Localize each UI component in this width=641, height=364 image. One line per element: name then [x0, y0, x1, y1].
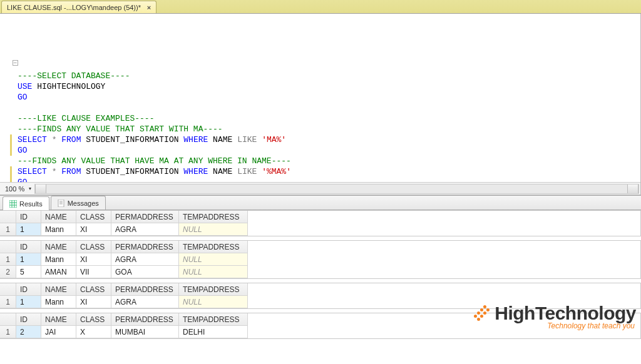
column-header[interactable]: CLASS: [76, 211, 111, 223]
horizontal-scrollbar[interactable]: [34, 184, 639, 194]
code-line: ---FINDS ANY VALUE THAT HAVE MA AT ANY W…: [18, 156, 640, 166]
cell[interactable]: X: [76, 326, 111, 338]
close-icon[interactable]: ×: [145, 3, 153, 12]
column-header[interactable]: PERMADDRESS: [111, 283, 179, 296]
code-line: [18, 103, 640, 113]
table-header-row: IDNAMECLASSPERMADDRESSTEMPADDRESS: [0, 211, 640, 223]
cell[interactable]: Mann: [41, 253, 76, 266]
editor-statusbar: 100 % ▾: [0, 182, 640, 195]
cell[interactable]: Mann: [41, 296, 76, 308]
fold-toggle-icon[interactable]: −: [13, 60, 18, 66]
grid-icon: [9, 200, 17, 208]
cell[interactable]: NULL: [179, 253, 248, 266]
table-header-row: IDNAMECLASSPERMADDRESSTEMPADDRESS: [0, 283, 640, 296]
cell[interactable]: 5: [16, 266, 41, 278]
cell[interactable]: VII: [76, 266, 111, 278]
table-row[interactable]: 11MannXIAGRANULL: [0, 296, 640, 308]
row-selector-header[interactable]: [0, 211, 16, 223]
column-header[interactable]: NAME: [41, 241, 76, 253]
tab-results-label: Results: [19, 200, 43, 208]
table-row[interactable]: 11MannXIAGRANULL: [0, 223, 640, 236]
code-line: GO: [18, 92, 640, 103]
code-line: ----LIKE CLAUSE EXAMPLES----: [18, 113, 640, 124]
row-number[interactable]: 2: [0, 266, 16, 278]
column-header[interactable]: CLASS: [76, 283, 111, 296]
svg-rect-5: [58, 200, 64, 207]
chevron-down-icon[interactable]: ▾: [27, 186, 33, 192]
table-row[interactable]: 25AMANVIIGOANULL: [0, 266, 640, 278]
results-tabstrip: Results Messages: [0, 195, 641, 210]
row-number[interactable]: 1: [0, 223, 16, 236]
tab-results[interactable]: Results: [3, 196, 49, 210]
cell[interactable]: MUMBAI: [111, 326, 179, 338]
cell[interactable]: XI: [76, 296, 111, 308]
column-header[interactable]: ID: [16, 241, 41, 253]
row-number[interactable]: 1: [0, 326, 16, 338]
result-grid[interactable]: IDNAMECLASSPERMADDRESSTEMPADDRESS11MannX…: [0, 210, 641, 236]
zoom-level[interactable]: 100 %: [0, 185, 27, 193]
query-tab-title: LIKE CLAUSE.sql -...LOGY\mandeep (54))*: [7, 4, 141, 11]
row-selector-header[interactable]: [0, 313, 16, 326]
cell[interactable]: GOA: [111, 266, 179, 278]
table-header-row: IDNAMECLASSPERMADDRESSTEMPADDRESS: [0, 241, 640, 253]
code-line: GO: [18, 145, 640, 156]
column-header[interactable]: ID: [16, 313, 41, 326]
sql-editor[interactable]: − ----SELECT DATABASE----USE HIGHTECHNOL…: [0, 14, 640, 182]
cell[interactable]: NULL: [179, 223, 248, 236]
cell[interactable]: 2: [16, 326, 41, 338]
cell[interactable]: AGRA: [111, 223, 179, 236]
row-number[interactable]: 1: [0, 296, 16, 308]
result-grid[interactable]: IDNAMECLASSPERMADDRESSTEMPADDRESS11MannX…: [0, 283, 641, 309]
result-grid[interactable]: IDNAMECLASSPERMADDRESSTEMPADDRESS12JAIXM…: [0, 313, 641, 339]
cell[interactable]: AGRA: [111, 253, 179, 266]
cell[interactable]: Mann: [41, 223, 76, 236]
svg-rect-0: [9, 200, 17, 208]
cell[interactable]: 1: [16, 253, 41, 266]
column-header[interactable]: PERMADDRESS: [111, 211, 179, 223]
column-header[interactable]: TEMPADDRESS: [179, 283, 248, 296]
column-header[interactable]: ID: [16, 211, 41, 223]
column-header[interactable]: CLASS: [76, 241, 111, 253]
results-pane[interactable]: HighTechnology Technology that teach you…: [0, 210, 641, 364]
query-tab[interactable]: LIKE CLAUSE.sql -...LOGY\mandeep (54))* …: [1, 1, 156, 13]
code-line: ----SELECT DATABASE----: [18, 71, 640, 81]
code-line: GO: [18, 177, 640, 182]
column-header[interactable]: CLASS: [76, 313, 111, 326]
change-marker: [10, 166, 12, 182]
table-header-row: IDNAMECLASSPERMADDRESSTEMPADDRESS: [0, 313, 640, 326]
cell[interactable]: 1: [16, 223, 41, 236]
cell[interactable]: AGRA: [111, 296, 179, 308]
cell[interactable]: XI: [76, 253, 111, 266]
cell[interactable]: XI: [76, 223, 111, 236]
code-line: ----FINDS ANY VALUE THAT START WITH MA--…: [18, 124, 640, 134]
column-header[interactable]: PERMADDRESS: [111, 241, 179, 253]
query-tabstrip: LIKE CLAUSE.sql -...LOGY\mandeep (54))* …: [0, 0, 641, 14]
code-line: USE HIGHTECHNOLOGY: [18, 81, 640, 92]
tab-messages[interactable]: Messages: [51, 196, 106, 210]
row-selector-header[interactable]: [0, 283, 16, 296]
row-selector-header[interactable]: [0, 241, 16, 253]
cell[interactable]: AMAN: [41, 266, 76, 278]
code-line: SELECT * FROM STUDENT_INFORMATION WHERE …: [18, 166, 640, 177]
editor-pane: − ----SELECT DATABASE----USE HIGHTECHNOL…: [0, 14, 641, 195]
column-header[interactable]: TEMPADDRESS: [179, 211, 248, 223]
column-header[interactable]: NAME: [41, 283, 76, 296]
column-header[interactable]: TEMPADDRESS: [179, 241, 248, 253]
cell[interactable]: DELHI: [179, 326, 248, 338]
tab-messages-label: Messages: [68, 200, 99, 207]
cell[interactable]: 1: [16, 296, 41, 308]
table-row[interactable]: 11MannXIAGRANULL: [0, 253, 640, 266]
row-number[interactable]: 1: [0, 253, 16, 266]
cell[interactable]: NULL: [179, 296, 248, 308]
column-header[interactable]: NAME: [41, 211, 76, 223]
column-header[interactable]: PERMADDRESS: [111, 313, 179, 326]
table-row[interactable]: 12JAIXMUMBAIDELHI: [0, 326, 640, 338]
result-grid[interactable]: IDNAMECLASSPERMADDRESSTEMPADDRESS11MannX…: [0, 240, 641, 279]
code-line: SELECT * FROM STUDENT_INFORMATION WHERE …: [18, 134, 640, 145]
column-header[interactable]: NAME: [41, 313, 76, 326]
cell[interactable]: JAI: [41, 326, 76, 338]
column-header[interactable]: ID: [16, 283, 41, 296]
cell[interactable]: NULL: [179, 266, 248, 278]
column-header[interactable]: TEMPADDRESS: [179, 313, 248, 326]
page-icon: [58, 200, 65, 207]
